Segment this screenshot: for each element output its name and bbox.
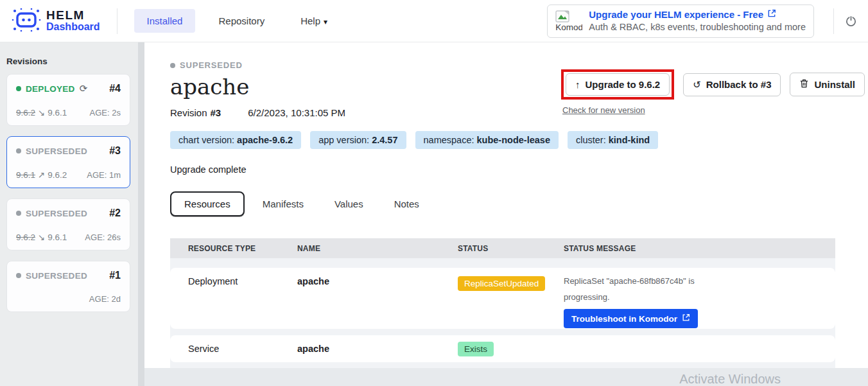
- tab-values[interactable]: Values: [322, 193, 376, 215]
- col-resource-type: RESOURCE TYPE: [188, 244, 297, 253]
- col-name: NAME: [297, 244, 458, 253]
- helm-logo-icon: [12, 6, 41, 36]
- revision-number: #1: [109, 270, 121, 281]
- komodor-image-alt: Komodor: [555, 22, 582, 32]
- status-dot: [16, 273, 21, 278]
- chip-chart-version: chart version: apache-9.6.2: [170, 131, 301, 149]
- status-dot: [16, 86, 21, 91]
- upgrade-button[interactable]: ↑ Upgrade to 9.6.2: [566, 73, 670, 96]
- revision-label: Revision: [170, 107, 207, 118]
- revision-number: #2: [109, 207, 121, 219]
- komodor-broken-image: Komodor: [555, 10, 582, 32]
- external-link-icon: [767, 8, 776, 21]
- status-message: ReplicaSet "apache-68fb867c4b" is: [564, 276, 835, 286]
- activate-windows-watermark: Activate Windows: [679, 372, 781, 386]
- version-arrow-icon: ↗: [38, 170, 45, 180]
- resource-type: Deployment: [188, 276, 297, 329]
- version-arrow-icon: ↘: [38, 232, 45, 242]
- tab-notes[interactable]: Notes: [381, 193, 432, 215]
- version-new: 9.6.2: [48, 170, 67, 180]
- revisions-sidebar: Revisions DEPLOYED ⟳ #4 9.6.2 ↘ 9.6.1 AG…: [0, 42, 138, 386]
- rollback-icon: ↺: [693, 79, 701, 91]
- chip-app-version: app version: 2.4.57: [310, 131, 406, 149]
- version-old: 9.6.2: [16, 108, 35, 118]
- divider: [833, 8, 834, 34]
- logo-subtitle: Dashboard: [46, 22, 100, 33]
- helm-logo[interactable]: HELM Dashboard: [12, 6, 100, 36]
- sidebar-title: Revisions: [0, 42, 138, 74]
- revision-card-2[interactable]: SUPERSEDED #2 9.6.2 ↘ 9.6.1 AGE: 26s: [6, 198, 130, 250]
- komodor-banner[interactable]: Komodor Upgrade your HELM experience - F…: [547, 4, 814, 38]
- version-old: 9.6.1: [16, 170, 35, 180]
- release-status: SUPERSEDED: [180, 60, 243, 70]
- resource-name: apache: [297, 344, 458, 354]
- divider: [117, 8, 117, 34]
- table-row: Deployment apache ReplicaSetUpdated Repl…: [170, 268, 835, 329]
- revision-card-4[interactable]: DEPLOYED ⟳ #4 9.6.2 ↘ 9.6.1 AGE: 2s: [6, 74, 130, 126]
- banner-title: Upgrade your HELM experience - Free: [589, 8, 763, 21]
- revision-age: AGE: 2s: [90, 108, 121, 118]
- reload-icon: ⟳: [80, 83, 88, 94]
- col-status: STATUS: [458, 244, 564, 253]
- rollback-button[interactable]: ↺ Rollback to #3: [683, 73, 781, 96]
- resource-type: Service: [188, 344, 297, 354]
- table-row: Service apache Exists: [170, 335, 835, 362]
- annotation-highlight: ↑ Upgrade to 9.6.2: [561, 69, 674, 100]
- revision-card-3[interactable]: SUPERSEDED #3 9.6.1 ↗ 9.6.2 AGE: 1m: [6, 136, 130, 188]
- revision-number: #3: [109, 145, 121, 157]
- tab-manifests[interactable]: Manifests: [250, 193, 317, 215]
- revision-age: AGE: 26s: [85, 232, 121, 242]
- table-header: RESOURCE TYPE NAME STATUS STATUS MESSAGE: [170, 238, 835, 258]
- banner-subtitle: Auth & RBAC, k8s events, troubleshooting…: [589, 21, 806, 34]
- revision-age: AGE: 2d: [89, 294, 121, 304]
- revision-date: 6/2/2023, 10:31:05 PM: [248, 107, 345, 118]
- status-dot: [16, 211, 21, 216]
- status-message: progressing.: [564, 292, 835, 303]
- chip-namespace: namespace: kube-node-lease: [415, 131, 559, 149]
- tab-repository[interactable]: Repository: [205, 9, 277, 33]
- resources-table: RESOURCE TYPE NAME STATUS STATUS MESSAGE…: [170, 238, 835, 382]
- revision-status: SUPERSEDED: [26, 271, 87, 281]
- uninstall-button[interactable]: Uninstall: [790, 73, 864, 96]
- version-arrow-icon: ↘: [38, 107, 45, 118]
- version-new: 9.6.1: [48, 108, 67, 118]
- revision-age: AGE: 1m: [87, 170, 121, 180]
- version-new: 9.6.1: [48, 232, 67, 242]
- status-dot: [16, 148, 21, 154]
- sidebar-divider: [138, 42, 144, 386]
- revision-status: DEPLOYED: [26, 84, 75, 94]
- chevron-down-icon: ▾: [324, 17, 327, 26]
- logo-title: HELM: [46, 9, 100, 22]
- troubleshoot-button[interactable]: Troubleshoot in Komodor: [564, 309, 698, 328]
- revision-status: SUPERSEDED: [26, 146, 87, 156]
- up-arrow-icon: ↑: [575, 79, 580, 90]
- detail-tabs: Resources Manifests Values Notes: [170, 191, 868, 216]
- tab-installed[interactable]: Installed: [134, 9, 196, 33]
- tab-resources[interactable]: Resources: [170, 191, 245, 216]
- revision-card-1[interactable]: SUPERSEDED #1 AGE: 2d: [6, 261, 130, 312]
- trash-icon: [799, 78, 809, 91]
- resource-name: apache: [297, 276, 458, 329]
- top-navbar: HELM Dashboard Installed Repository Help…: [0, 0, 868, 42]
- release-description: Upgrade complete: [170, 164, 868, 175]
- version-old: 9.6.2: [16, 232, 35, 242]
- external-link-icon: [682, 313, 690, 324]
- revision-number: #3: [211, 107, 221, 118]
- status-dot: [170, 63, 175, 68]
- power-icon[interactable]: [844, 14, 858, 28]
- revision-status: SUPERSEDED: [26, 209, 87, 218]
- check-new-version-link[interactable]: Check for new version: [562, 105, 837, 115]
- revision-number: #4: [109, 83, 121, 94]
- release-detail-panel: SUPERSEDED apache Revision #3 6/2/2023, …: [144, 42, 868, 368]
- helm-dashboard-app: HELM Dashboard Installed Repository Help…: [0, 0, 868, 386]
- status-badge: ReplicaSetUpdated: [458, 276, 545, 291]
- col-status-message: STATUS MESSAGE: [564, 244, 835, 253]
- status-badge: Exists: [458, 342, 494, 356]
- menu-help[interactable]: Help▾: [288, 9, 340, 33]
